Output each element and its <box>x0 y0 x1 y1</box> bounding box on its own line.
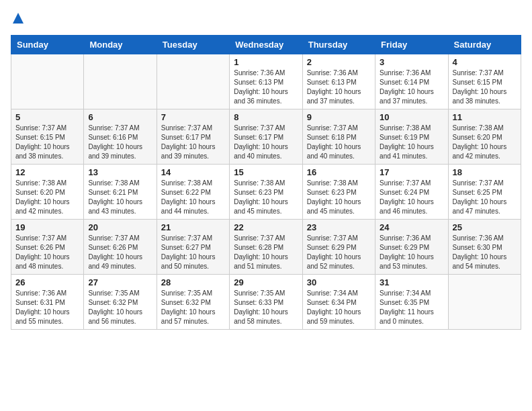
day-info: Sunrise: 7:38 AM Sunset: 6:22 PM Dayligh… <box>161 179 225 216</box>
day-number: 26 <box>15 277 79 287</box>
day-number: 9 <box>307 112 371 122</box>
day-number: 1 <box>234 57 298 67</box>
day-number: 17 <box>380 167 443 177</box>
day-number: 20 <box>88 222 152 232</box>
day-info: Sunrise: 7:36 AM Sunset: 6:29 PM Dayligh… <box>380 234 443 271</box>
day-number: 16 <box>307 167 371 177</box>
calendar-cell <box>448 275 521 330</box>
day-number: 23 <box>307 222 371 232</box>
day-info: Sunrise: 7:36 AM Sunset: 6:30 PM Dayligh… <box>453 234 517 271</box>
weekday-header-sunday: Sunday <box>11 36 84 54</box>
day-number: 31 <box>380 277 443 287</box>
calendar-week-row: 19Sunrise: 7:37 AM Sunset: 6:26 PM Dayli… <box>11 220 521 275</box>
day-info: Sunrise: 7:36 AM Sunset: 6:13 PM Dayligh… <box>234 68 298 106</box>
calendar-cell: 12Sunrise: 7:38 AM Sunset: 6:20 PM Dayli… <box>11 165 84 220</box>
calendar-cell <box>84 54 157 109</box>
day-info: Sunrise: 7:37 AM Sunset: 6:27 PM Dayligh… <box>161 234 225 271</box>
calendar-cell: 6Sunrise: 7:37 AM Sunset: 6:16 PM Daylig… <box>84 109 157 165</box>
calendar-cell: 20Sunrise: 7:37 AM Sunset: 6:26 PM Dayli… <box>84 220 157 275</box>
day-number: 10 <box>380 112 443 122</box>
calendar-table: SundayMondayTuesdayWednesdayThursdayFrid… <box>11 35 521 330</box>
calendar-cell: 24Sunrise: 7:36 AM Sunset: 6:29 PM Dayli… <box>375 220 448 275</box>
day-info: Sunrise: 7:35 AM Sunset: 6:33 PM Dayligh… <box>234 289 298 326</box>
weekday-header-monday: Monday <box>84 36 157 54</box>
day-info: Sunrise: 7:36 AM Sunset: 6:13 PM Dayligh… <box>307 68 371 106</box>
day-info: Sunrise: 7:37 AM Sunset: 6:26 PM Dayligh… <box>15 234 79 271</box>
svg-marker-0 <box>13 13 24 24</box>
day-number: 3 <box>380 57 443 67</box>
weekday-header-wednesday: Wednesday <box>230 36 302 54</box>
day-number: 13 <box>88 167 152 177</box>
day-info: Sunrise: 7:37 AM Sunset: 6:25 PM Dayligh… <box>453 179 517 216</box>
day-info: Sunrise: 7:37 AM Sunset: 6:29 PM Dayligh… <box>307 234 371 271</box>
calendar-cell: 17Sunrise: 7:37 AM Sunset: 6:24 PM Dayli… <box>375 165 448 220</box>
day-number: 15 <box>234 167 298 177</box>
day-info: Sunrise: 7:34 AM Sunset: 6:34 PM Dayligh… <box>307 289 371 326</box>
day-info: Sunrise: 7:38 AM Sunset: 6:19 PM Dayligh… <box>380 124 443 161</box>
day-number: 18 <box>453 167 517 177</box>
day-info: Sunrise: 7:36 AM Sunset: 6:31 PM Dayligh… <box>15 289 79 326</box>
day-number: 2 <box>307 57 371 67</box>
calendar-cell: 11Sunrise: 7:38 AM Sunset: 6:20 PM Dayli… <box>448 109 521 165</box>
day-number: 5 <box>15 112 79 122</box>
calendar-cell: 2Sunrise: 7:36 AM Sunset: 6:13 PM Daylig… <box>302 54 375 109</box>
day-info: Sunrise: 7:38 AM Sunset: 6:21 PM Dayligh… <box>88 179 152 216</box>
weekday-header-saturday: Saturday <box>448 36 521 54</box>
day-number: 28 <box>161 277 225 287</box>
calendar-cell: 18Sunrise: 7:37 AM Sunset: 6:25 PM Dayli… <box>448 165 521 220</box>
weekday-header-tuesday: Tuesday <box>157 36 229 54</box>
logo <box>11 11 24 28</box>
calendar-cell: 15Sunrise: 7:38 AM Sunset: 6:23 PM Dayli… <box>230 165 302 220</box>
day-number: 19 <box>15 222 79 232</box>
calendar-week-row: 5Sunrise: 7:37 AM Sunset: 6:15 PM Daylig… <box>11 109 521 165</box>
calendar-week-row: 1Sunrise: 7:36 AM Sunset: 6:13 PM Daylig… <box>11 54 521 109</box>
day-info: Sunrise: 7:37 AM Sunset: 6:24 PM Dayligh… <box>380 179 443 216</box>
calendar-cell: 28Sunrise: 7:35 AM Sunset: 6:32 PM Dayli… <box>157 275 229 330</box>
day-number: 27 <box>88 277 152 287</box>
day-number: 21 <box>161 222 225 232</box>
day-number: 6 <box>88 112 152 122</box>
calendar-cell: 10Sunrise: 7:38 AM Sunset: 6:19 PM Dayli… <box>375 109 448 165</box>
calendar-cell <box>157 54 229 109</box>
calendar-week-row: 12Sunrise: 7:38 AM Sunset: 6:20 PM Dayli… <box>11 165 521 220</box>
day-info: Sunrise: 7:38 AM Sunset: 6:20 PM Dayligh… <box>453 124 517 161</box>
day-number: 30 <box>307 277 371 287</box>
weekday-header-friday: Friday <box>375 36 448 54</box>
day-number: 8 <box>234 112 298 122</box>
day-info: Sunrise: 7:37 AM Sunset: 6:17 PM Dayligh… <box>234 124 298 161</box>
day-number: 4 <box>453 57 517 67</box>
day-info: Sunrise: 7:38 AM Sunset: 6:20 PM Dayligh… <box>15 179 79 216</box>
day-info: Sunrise: 7:34 AM Sunset: 6:35 PM Dayligh… <box>380 289 443 326</box>
day-number: 7 <box>161 112 225 122</box>
calendar-cell: 23Sunrise: 7:37 AM Sunset: 6:29 PM Dayli… <box>302 220 375 275</box>
calendar-cell: 22Sunrise: 7:37 AM Sunset: 6:28 PM Dayli… <box>230 220 302 275</box>
day-info: Sunrise: 7:37 AM Sunset: 6:16 PM Dayligh… <box>88 124 152 161</box>
calendar-cell: 30Sunrise: 7:34 AM Sunset: 6:34 PM Dayli… <box>302 275 375 330</box>
calendar-week-row: 26Sunrise: 7:36 AM Sunset: 6:31 PM Dayli… <box>11 275 521 330</box>
day-number: 22 <box>234 222 298 232</box>
day-info: Sunrise: 7:35 AM Sunset: 6:32 PM Dayligh… <box>88 289 152 326</box>
day-info: Sunrise: 7:38 AM Sunset: 6:23 PM Dayligh… <box>307 179 371 216</box>
calendar-cell: 31Sunrise: 7:34 AM Sunset: 6:35 PM Dayli… <box>375 275 448 330</box>
calendar-cell: 14Sunrise: 7:38 AM Sunset: 6:22 PM Dayli… <box>157 165 229 220</box>
day-number: 11 <box>453 112 517 122</box>
calendar-cell: 16Sunrise: 7:38 AM Sunset: 6:23 PM Dayli… <box>302 165 375 220</box>
day-info: Sunrise: 7:37 AM Sunset: 6:26 PM Dayligh… <box>88 234 152 271</box>
calendar-cell: 19Sunrise: 7:37 AM Sunset: 6:26 PM Dayli… <box>11 220 84 275</box>
day-info: Sunrise: 7:35 AM Sunset: 6:32 PM Dayligh… <box>161 289 225 326</box>
calendar-cell: 4Sunrise: 7:37 AM Sunset: 6:15 PM Daylig… <box>448 54 521 109</box>
calendar-cell: 13Sunrise: 7:38 AM Sunset: 6:21 PM Dayli… <box>84 165 157 220</box>
calendar-cell: 21Sunrise: 7:37 AM Sunset: 6:27 PM Dayli… <box>157 220 229 275</box>
calendar-cell: 9Sunrise: 7:37 AM Sunset: 6:18 PM Daylig… <box>302 109 375 165</box>
day-info: Sunrise: 7:37 AM Sunset: 6:15 PM Dayligh… <box>453 68 517 106</box>
calendar-cell: 3Sunrise: 7:36 AM Sunset: 6:14 PM Daylig… <box>375 54 448 109</box>
logo-icon <box>12 12 24 24</box>
calendar-cell: 5Sunrise: 7:37 AM Sunset: 6:15 PM Daylig… <box>11 109 84 165</box>
weekday-header-thursday: Thursday <box>302 36 375 54</box>
calendar-cell: 25Sunrise: 7:36 AM Sunset: 6:30 PM Dayli… <box>448 220 521 275</box>
day-number: 14 <box>161 167 225 177</box>
weekday-header-row: SundayMondayTuesdayWednesdayThursdayFrid… <box>11 36 521 54</box>
page-header <box>11 11 521 28</box>
day-info: Sunrise: 7:37 AM Sunset: 6:15 PM Dayligh… <box>15 124 79 161</box>
calendar-cell: 1Sunrise: 7:36 AM Sunset: 6:13 PM Daylig… <box>230 54 302 109</box>
